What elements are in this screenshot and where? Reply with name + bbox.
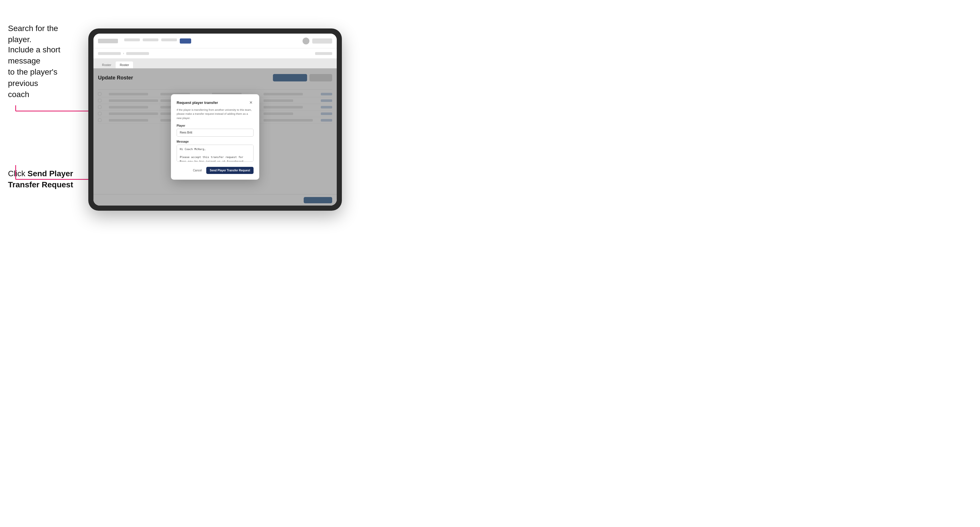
tablet-screen: › Roster Roster Update Roster	[94, 33, 337, 206]
annotation-click-text: Click Send PlayerTransfer Request	[8, 168, 85, 190]
breadcrumb-item-1	[98, 52, 121, 55]
breadcrumb-item-2	[126, 52, 149, 55]
nav-item-1	[124, 38, 140, 41]
modal-footer: Cancel Send Player Transfer Request	[177, 167, 253, 174]
modal-overlay: Request player transfer ✕ If the player …	[94, 68, 337, 206]
nav-item-3	[161, 38, 177, 41]
cancel-button[interactable]: Cancel	[191, 167, 204, 173]
modal-header: Request player transfer ✕	[177, 100, 253, 105]
annotation-click-bold: Send PlayerTransfer Request	[8, 169, 73, 189]
main-content: Update Roster	[94, 68, 337, 206]
nav-items	[124, 38, 191, 44]
nav-button	[312, 38, 332, 44]
annotation-search-text: Search for the player.	[8, 23, 83, 45]
player-search-input[interactable]	[177, 129, 253, 137]
message-textarea[interactable]: Hi Coach McHarg, Please accept this tran…	[177, 144, 253, 162]
nav-avatar	[302, 38, 309, 44]
app-logo	[98, 39, 118, 43]
nav-item-2	[143, 38, 158, 41]
sub-header: ›	[94, 48, 337, 59]
modal-title: Request player transfer	[177, 100, 218, 105]
annotation-message-text: Include a short messageto the player's p…	[8, 44, 85, 100]
nav-item-active	[180, 38, 191, 44]
request-player-transfer-modal: Request player transfer ✕ If the player …	[171, 94, 259, 179]
send-player-transfer-request-button[interactable]: Send Player Transfer Request	[206, 167, 253, 174]
modal-description: If the player is transferring from anoth…	[177, 108, 253, 120]
breadcrumb-chevron: ›	[123, 52, 124, 55]
tab-2-active[interactable]: Roster	[116, 62, 133, 68]
tab-1[interactable]: Roster	[98, 62, 115, 68]
player-field-label: Player	[177, 124, 253, 127]
nav-right	[302, 38, 332, 44]
modal-close-button[interactable]: ✕	[248, 100, 253, 105]
tab-bar: Roster Roster	[94, 59, 337, 68]
app-header	[94, 33, 337, 48]
sub-header-action	[315, 52, 332, 55]
tablet-device: › Roster Roster Update Roster	[88, 29, 342, 211]
message-field-label: Message	[177, 140, 253, 143]
